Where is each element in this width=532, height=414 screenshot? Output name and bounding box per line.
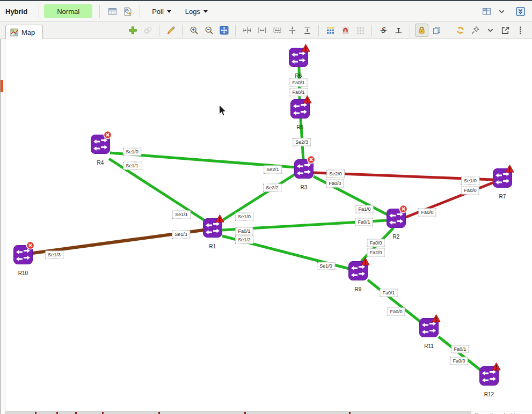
iface-label[interactable]: Fa0/1 [289, 79, 307, 87]
toolbar-separator [235, 25, 236, 36]
node-R5[interactable] [290, 99, 310, 119]
stretch-horizontal-button[interactable] [271, 24, 284, 37]
iface-label[interactable]: Fa0/1 [355, 218, 373, 226]
topbar-collapse-all-button[interactable] [513, 4, 527, 18]
node-R12[interactable] [479, 366, 499, 386]
grid-snap-button[interactable] [324, 24, 337, 37]
match-width-button[interactable] [256, 24, 269, 37]
iface-label[interactable]: Se2/3 [293, 138, 311, 146]
warning-badge-icon [215, 214, 224, 223]
iface-label[interactable]: Fa0/1 [380, 289, 397, 297]
iface-label[interactable]: Se1/0 [235, 213, 253, 221]
menu-poll-label: Poll [152, 8, 164, 16]
open-external-button[interactable] [499, 24, 512, 37]
link-R1-R3[interactable] [222, 174, 296, 220]
iface-label[interactable]: Se1/0 [317, 262, 335, 270]
lock-button[interactable] [415, 24, 428, 37]
iface-label[interactable]: Fa0/0 [450, 357, 468, 365]
iface-label[interactable]: Se1/3 [45, 251, 63, 259]
zoom-out-icon [205, 26, 214, 35]
link-R3-R2[interactable] [314, 176, 387, 215]
snap-magnet-button[interactable] [339, 24, 352, 37]
distribute-horizontal-button[interactable] [241, 24, 254, 37]
node-R10[interactable] [13, 245, 33, 264]
node-R11[interactable] [419, 318, 439, 337]
map-canvas[interactable]: R6R5R4R3R7R2R1R10R9R11R12 Fa0/1Fa0/1Se2/… [0, 39, 532, 414]
node-R2[interactable] [387, 209, 406, 228]
bottom-panel-sliver [0, 411, 471, 414]
error-badge-icon [307, 155, 316, 164]
menu-logs[interactable]: Logs [183, 5, 210, 18]
highlight-button[interactable] [164, 24, 178, 37]
iface-label[interactable]: Se2/1 [264, 166, 282, 174]
status-button[interactable]: Normal [44, 4, 92, 18]
copy-button[interactable] [430, 24, 443, 37]
iface-label[interactable]: Se1/3 [172, 231, 190, 239]
more-options-button[interactable] [514, 24, 527, 37]
match-height-button[interactable] [301, 24, 314, 37]
zoom-fit-button[interactable] [217, 24, 231, 37]
chevron-down-icon [486, 26, 495, 35]
chevron-down-icon [497, 7, 506, 16]
node-R6[interactable] [289, 48, 308, 67]
pin-button[interactable] [469, 24, 482, 37]
reload-button[interactable] [454, 24, 467, 37]
collapse-all-icon [516, 7, 525, 16]
pin-menu-button[interactable] [484, 24, 497, 37]
node-R9[interactable] [348, 261, 368, 280]
add-button[interactable] [126, 24, 140, 37]
error-badge-icon [399, 204, 408, 213]
topbar-table-button[interactable] [105, 4, 119, 18]
iface-label[interactable]: Se1/0 [461, 177, 479, 185]
cutoff-text-tick [158, 412, 160, 414]
node-R1[interactable] [203, 218, 222, 238]
iface-label[interactable]: Fa1/0 [355, 205, 373, 213]
iface-label[interactable]: Se1/1 [172, 211, 191, 219]
node-R3[interactable] [294, 159, 314, 179]
iface-label[interactable]: Se2/0 [326, 170, 345, 178]
iface-label[interactable]: Fa0/0 [326, 180, 344, 188]
topbar-panels-button[interactable] [479, 4, 493, 18]
zoom-in-button[interactable] [187, 24, 201, 37]
iface-label[interactable]: Fa0/0 [418, 209, 436, 217]
link-R11-R12[interactable] [439, 337, 480, 370]
bottom-partial-text: Describe what to [471, 411, 532, 414]
error-badge-icon [103, 130, 112, 139]
iface-label[interactable]: Se2/2 [263, 184, 281, 192]
iface-label[interactable]: Fa0/1 [451, 345, 469, 353]
grid-toggle-button[interactable] [354, 24, 367, 37]
iface-label[interactable]: Se1/0 [123, 148, 141, 156]
topbar-report-button[interactable] [120, 4, 134, 18]
node-R7[interactable] [493, 168, 512, 188]
pin-icon [471, 26, 480, 35]
distribute-vertical-button[interactable] [286, 24, 299, 37]
tab-map-label: Map [21, 28, 35, 36]
iface-label[interactable]: Se1/2 [235, 236, 253, 244]
iface-label[interactable]: Fa2/0 [367, 249, 384, 257]
label-orientation-button[interactable] [392, 24, 405, 37]
left-gutter [0, 22, 5, 414]
add-link-button[interactable] [141, 24, 155, 37]
toolbar-group [239, 24, 315, 37]
toolbar-group [414, 24, 444, 37]
dropdown-caret-icon [167, 10, 171, 13]
iface-label[interactable]: Fa0/0 [367, 239, 384, 247]
topbar: Hybrid Normal PollLogs [0, 1, 532, 22]
iface-label[interactable]: Fa0/0 [461, 187, 479, 195]
zoom-out-button[interactable] [202, 24, 216, 37]
perp-icon [394, 26, 403, 35]
iface-label[interactable]: Se1/1 [123, 162, 141, 170]
tab-map[interactable]: Map [5, 25, 43, 39]
toolbar-separator [182, 25, 183, 36]
toolbar-separator [159, 25, 159, 36]
match-width-icon [258, 26, 267, 35]
node-R4[interactable] [91, 135, 110, 154]
report-icon [123, 7, 132, 16]
topbar-chevron-down-button[interactable] [494, 4, 508, 18]
label-style-button[interactable]: S [377, 24, 390, 37]
iface-label[interactable]: Fa0/1 [235, 227, 253, 235]
iface-label[interactable]: Fa0/0 [387, 308, 405, 316]
stretch-h-icon [273, 26, 282, 35]
toolbar-separator [371, 25, 372, 36]
menu-poll[interactable]: Poll [150, 5, 173, 18]
